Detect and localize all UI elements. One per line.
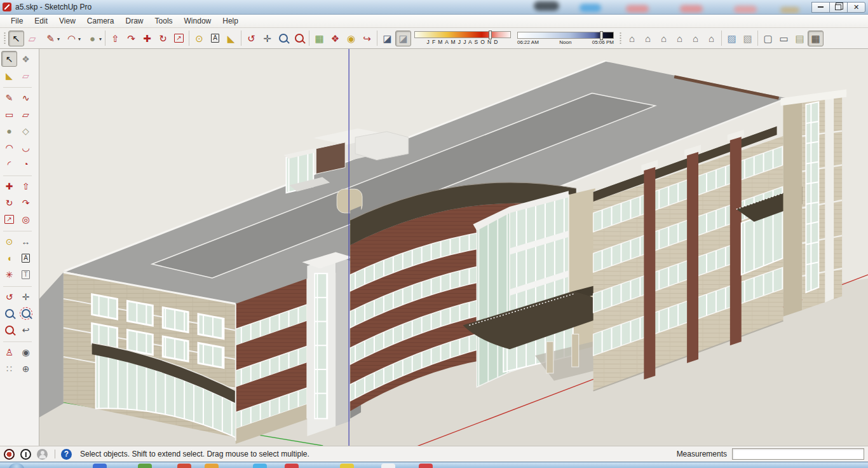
menu-draw[interactable]: Draw bbox=[120, 15, 149, 27]
menu-help[interactable]: Help bbox=[217, 15, 244, 27]
palette-axes-tool[interactable]: ✳ bbox=[1, 266, 17, 282]
add-location-button[interactable]: ▦ bbox=[311, 31, 327, 46]
taskbar-app-1[interactable] bbox=[93, 464, 107, 468]
taskbar-app-5[interactable] bbox=[253, 464, 267, 468]
shape-tool[interactable]: ● bbox=[82, 31, 103, 46]
shaded-button[interactable]: ▤ bbox=[792, 31, 808, 46]
share-model-button[interactable]: ↪ bbox=[359, 31, 375, 46]
menu-file[interactable]: File bbox=[5, 15, 29, 27]
push-pull-tool[interactable]: ⇧ bbox=[107, 31, 123, 46]
shadow-date-track[interactable] bbox=[414, 31, 511, 38]
palette-protractor-tool[interactable]: ◖ bbox=[1, 250, 17, 266]
taskbar-app-6[interactable] bbox=[285, 464, 299, 468]
palette-rotated-rectangle-tool[interactable]: ▱ bbox=[18, 106, 34, 122]
palette-follow-me-tool[interactable]: ↷ bbox=[18, 195, 34, 210]
palette-arc-tool[interactable]: ◠ bbox=[1, 139, 17, 155]
palette-zoom-window-tool[interactable] bbox=[18, 305, 34, 321]
palette-zoom-previous-tool[interactable]: ↩ bbox=[18, 322, 34, 338]
toolbar-gripper[interactable] bbox=[619, 31, 622, 45]
text-tool[interactable]: A bbox=[207, 31, 223, 46]
palette-select-tool[interactable]: ↖ bbox=[1, 51, 17, 67]
palette-position-camera-tool[interactable]: ♙ bbox=[1, 344, 17, 360]
palette-pie-tool[interactable]: ◔ bbox=[18, 156, 34, 172]
line-tool[interactable]: ✎ bbox=[40, 31, 61, 46]
shadow-time-slider[interactable]: 06:22 AM Noon 05:06 PM bbox=[517, 32, 614, 45]
palette-text-tool[interactable]: A bbox=[18, 250, 34, 266]
palette-rectangle-tool[interactable]: ▭ bbox=[1, 106, 17, 122]
back-edges-button[interactable]: ▧ bbox=[740, 31, 756, 46]
tape-measure-tool[interactable]: ⊙ bbox=[191, 31, 207, 46]
arc-tool[interactable]: ◠ bbox=[61, 31, 82, 46]
geolocation-status-icon[interactable] bbox=[4, 449, 15, 460]
palette-rotate-tool[interactable]: ↻ bbox=[1, 195, 17, 210]
shadow-settings-button[interactable]: ◪ bbox=[379, 31, 395, 46]
palette-pan-tool[interactable]: ✛ bbox=[18, 289, 34, 305]
palette-3d-text-tool[interactable]: T bbox=[18, 266, 34, 282]
palette-push-pull-tool[interactable]: ⇧ bbox=[18, 178, 34, 194]
palette-eraser[interactable]: ▱ bbox=[18, 67, 34, 83]
rotate-tool[interactable]: ↻ bbox=[155, 31, 171, 46]
palette-offset-tool[interactable]: ◎ bbox=[18, 211, 34, 227]
palette-dimension-tool[interactable]: ↔ bbox=[18, 233, 34, 249]
pan-tool[interactable]: ✛ bbox=[259, 31, 275, 46]
credits-status-icon[interactable] bbox=[20, 449, 31, 460]
minimize-button[interactable] bbox=[811, 2, 830, 13]
palette-two-point-arc-tool[interactable]: ◡ bbox=[18, 139, 34, 155]
palette-paint-bucket[interactable]: ◣ bbox=[1, 67, 17, 83]
help-icon[interactable]: ? bbox=[61, 449, 72, 460]
get-models-button[interactable]: ❖ bbox=[327, 31, 343, 46]
palette-make-component[interactable]: ❖ bbox=[18, 51, 34, 67]
palette-freehand-tool[interactable]: ∿ bbox=[18, 90, 34, 106]
palette-zoom-extents-tool[interactable] bbox=[1, 322, 17, 338]
measurements-input[interactable] bbox=[732, 448, 864, 460]
menu-view[interactable]: View bbox=[53, 15, 81, 27]
shadow-date-thumb[interactable] bbox=[489, 31, 492, 39]
shadow-date-slider[interactable]: J F M A M J J A S O N D bbox=[414, 31, 511, 45]
view-iso-button[interactable]: ⌂ bbox=[624, 31, 640, 46]
view-front-button[interactable]: ⌂ bbox=[656, 31, 672, 46]
paint-bucket-tool[interactable]: ◣ bbox=[223, 31, 239, 46]
photo-textures-button[interactable]: ◉ bbox=[343, 31, 359, 46]
select-tool[interactable]: ↖ bbox=[8, 31, 24, 46]
taskbar-app-7[interactable] bbox=[340, 464, 354, 468]
shadows-toggle[interactable]: ◪ bbox=[395, 31, 411, 46]
building-model[interactable] bbox=[39, 49, 868, 446]
shadow-time-track[interactable] bbox=[517, 32, 614, 39]
taskbar-app-3[interactable] bbox=[177, 464, 191, 468]
taskbar-app-2[interactable] bbox=[138, 464, 152, 468]
taskbar-app-4[interactable] bbox=[205, 464, 219, 468]
palette-scale-tool[interactable]: ↗ bbox=[1, 211, 17, 227]
palette-walk-tool[interactable]: ∷ bbox=[1, 361, 17, 376]
zoom-tool[interactable] bbox=[275, 31, 291, 46]
zoom-extents-tool[interactable] bbox=[291, 31, 307, 46]
wireframe-button[interactable]: ▢ bbox=[760, 31, 776, 46]
palette-three-point-arc-tool[interactable]: ◜ bbox=[1, 156, 17, 172]
palette-section-plane-tool[interactable]: ⊕ bbox=[18, 361, 34, 376]
palette-polygon-tool[interactable]: ◇ bbox=[18, 123, 34, 139]
palette-move-tool[interactable]: ✚ bbox=[1, 178, 17, 194]
menu-camera[interactable]: Camera bbox=[81, 15, 120, 27]
palette-zoom-tool[interactable] bbox=[1, 305, 17, 321]
toolbar-gripper[interactable] bbox=[3, 31, 6, 45]
palette-line-tool[interactable]: ✎ bbox=[1, 90, 17, 106]
palette-tape-measure-tool[interactable]: ⊙ bbox=[1, 233, 17, 249]
menu-window[interactable]: Window bbox=[179, 15, 217, 27]
sign-in-status-icon[interactable] bbox=[37, 449, 48, 460]
scale-tool[interactable]: ↗ bbox=[171, 31, 187, 46]
view-top-button[interactable]: ⌂ bbox=[640, 31, 656, 46]
taskbar-app-9[interactable] bbox=[419, 464, 433, 468]
restore-button[interactable] bbox=[829, 2, 848, 13]
taskbar-app-8[interactable] bbox=[381, 464, 395, 468]
orbit-tool[interactable]: ↺ bbox=[243, 31, 259, 46]
shaded-textures-button[interactable]: ▦ bbox=[808, 31, 824, 46]
palette-orbit-tool[interactable]: ↺ bbox=[1, 289, 17, 305]
view-left-button[interactable]: ⌂ bbox=[703, 31, 719, 46]
model-viewport[interactable] bbox=[39, 49, 868, 446]
palette-circle-tool[interactable]: ● bbox=[1, 123, 17, 139]
menu-edit[interactable]: Edit bbox=[29, 15, 53, 27]
hidden-line-button[interactable]: ▭ bbox=[776, 31, 792, 46]
shadow-time-thumb[interactable] bbox=[600, 31, 603, 40]
xray-mode-button[interactable]: ▨ bbox=[724, 31, 740, 46]
palette-look-around-tool[interactable]: ◉ bbox=[18, 344, 34, 360]
close-button[interactable]: ✕ bbox=[847, 2, 865, 13]
